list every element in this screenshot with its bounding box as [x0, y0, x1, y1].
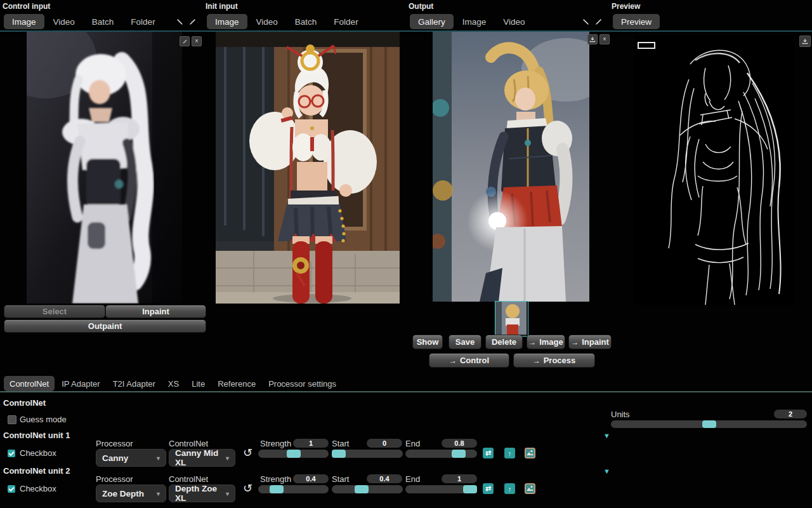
control-input-image[interactable]	[27, 32, 182, 304]
tab-init-video[interactable]: Video	[248, 14, 286, 29]
tab-control-video[interactable]: Video	[45, 14, 83, 29]
unit2-processor-dropdown[interactable]: Zoe Depth ▾	[96, 485, 166, 502]
tab-init-folder[interactable]: Folder	[325, 14, 366, 29]
unit1-start-slider-handle[interactable]	[332, 450, 346, 458]
tab-ip-adapter[interactable]: IP Adapter	[56, 376, 105, 391]
controlnet-section-title: ControlNet	[3, 398, 46, 408]
unit2-start-slider[interactable]	[332, 485, 403, 493]
unit1-start-label: Start	[332, 439, 349, 448]
forward-arrow-icon: →	[528, 338, 536, 347]
send-to-image-label: Image	[539, 337, 563, 347]
unit2-refresh-button[interactable]: ⇄	[483, 483, 494, 494]
download-output-button[interactable]	[587, 34, 598, 44]
unit1-processor-dropdown[interactable]: Canny ▾	[96, 449, 166, 467]
tab-preview[interactable]: Preview	[613, 14, 660, 29]
tab-xs[interactable]: XS	[162, 376, 185, 391]
unit2-upload-button[interactable]: ↑	[504, 483, 515, 494]
tab-output-video[interactable]: Video	[495, 14, 533, 29]
unit2-start-value[interactable]: 0.4	[367, 474, 402, 483]
send-to-control-button[interactable]: → Control	[429, 353, 509, 368]
pencil-icon[interactable]	[594, 18, 603, 26]
unit2-controlnet-dropdown[interactable]: Depth Zoe XL ▾	[169, 485, 235, 502]
preview-label: Preview	[612, 2, 640, 11]
init-input-image[interactable]	[216, 32, 400, 304]
unit2-start-slider-handle[interactable]	[355, 485, 369, 493]
tab-output-gallery[interactable]: Gallery	[410, 14, 454, 29]
tab-init-image[interactable]: Image	[207, 14, 247, 29]
tab-lite[interactable]: Lite	[186, 376, 211, 391]
preview-tabs: Preview	[613, 13, 808, 30]
show-button[interactable]: Show	[412, 335, 443, 349]
unit1-controlnet-dropdown[interactable]: Canny Mid XL ▾	[169, 449, 235, 467]
units-slider-handle[interactable]	[702, 420, 716, 428]
unit1-image-button[interactable]	[525, 448, 535, 458]
unit2-strength-slider-handle[interactable]	[270, 485, 284, 493]
tab-control-image[interactable]: Image	[4, 14, 44, 29]
units-value[interactable]: 2	[774, 410, 807, 418]
unit1-collapse-arrow[interactable]: ▼	[603, 432, 610, 439]
unit1-end-label: End	[405, 439, 420, 448]
tab-controlnet[interactable]: ControlNet	[4, 376, 55, 391]
unit1-strength-slider-handle[interactable]	[287, 450, 301, 458]
unit1-start-slider[interactable]	[332, 450, 403, 458]
close-output-image-button[interactable]: ×	[599, 34, 610, 44]
inpaint-button[interactable]: Inpaint	[105, 305, 206, 318]
edit-image-button[interactable]	[180, 36, 190, 46]
download-preview-button[interactable]	[799, 36, 811, 47]
unit2-reset-button[interactable]: ↺	[243, 483, 252, 494]
unit1-end-slider[interactable]	[405, 450, 477, 458]
tab-reference[interactable]: Reference	[212, 376, 261, 391]
controlnet-unit-2-title: ControlNet unit 2	[3, 466, 70, 476]
unit2-start-label: Start	[332, 474, 349, 484]
guess-mode-label: Guess mode	[20, 415, 67, 424]
unit1-controlnet-value: Canny Mid XL	[175, 448, 226, 467]
unit1-enable-checkbox[interactable]	[8, 450, 15, 457]
output-image[interactable]	[433, 32, 589, 302]
save-button[interactable]: Save	[449, 335, 481, 349]
download-icon	[589, 36, 596, 43]
unit1-end-value[interactable]: 0.8	[442, 439, 477, 448]
send-to-inpaint-button[interactable]: → Inpaint	[568, 335, 612, 349]
unit1-strength-value[interactable]: 1	[293, 439, 329, 448]
guess-mode-checkbox[interactable]	[8, 415, 16, 424]
send-to-image-button[interactable]: → Image	[527, 335, 565, 349]
pencil-icon[interactable]	[188, 18, 197, 26]
tab-processor-settings[interactable]: Processor settings	[263, 376, 342, 391]
unit1-refresh-button[interactable]: ⇄	[483, 448, 494, 458]
unit2-image-button[interactable]	[525, 483, 535, 494]
chevron-down-icon: ▾	[226, 455, 229, 462]
unit1-reset-button[interactable]: ↺	[243, 447, 252, 458]
tab-control-batch[interactable]: Batch	[84, 14, 122, 29]
tab-output-image[interactable]: Image	[454, 14, 495, 29]
select-button[interactable]: Select	[4, 305, 105, 318]
gallery-thumbnail[interactable]	[495, 301, 528, 337]
unit2-strength-slider[interactable]	[258, 485, 329, 493]
unit2-collapse-arrow[interactable]: ▼	[603, 468, 610, 475]
upload-arrow-icon: ↑	[508, 450, 512, 457]
brush-icon[interactable]	[176, 18, 184, 26]
unit2-end-value[interactable]: 1	[442, 474, 477, 483]
triangle-down-icon: ▼	[603, 467, 610, 475]
unit1-strength-slider[interactable]	[258, 450, 329, 458]
forward-arrow-icon: →	[533, 356, 540, 365]
preview-image[interactable]	[634, 35, 794, 305]
delete-button[interactable]: Delete	[485, 335, 523, 349]
outpaint-button[interactable]: Outpaint	[4, 319, 206, 333]
tab-control-folder[interactable]: Folder	[122, 14, 163, 29]
unit1-end-slider-handle[interactable]	[452, 450, 466, 458]
unit2-end-slider-handle[interactable]	[463, 485, 477, 493]
reset-icon: ↺	[243, 482, 252, 495]
unit1-upload-button[interactable]: ↑	[504, 448, 515, 458]
send-to-process-button[interactable]: → Process	[513, 353, 595, 368]
init-input-tabs: Image Video Batch Folder	[207, 13, 402, 30]
unit2-strength-value[interactable]: 0.4	[293, 474, 329, 483]
units-slider[interactable]	[611, 420, 807, 428]
unit2-enable-checkbox[interactable]	[8, 485, 15, 493]
close-control-image-button[interactable]: ×	[192, 36, 202, 46]
tab-init-batch[interactable]: Batch	[287, 14, 325, 29]
unit2-end-slider[interactable]	[405, 485, 477, 493]
brush-icon[interactable]	[582, 18, 590, 26]
unit1-start-value[interactable]: 0	[367, 439, 402, 448]
tab-t2i-adapter[interactable]: T2I Adapter	[107, 376, 161, 391]
pencil-icon	[182, 39, 188, 44]
